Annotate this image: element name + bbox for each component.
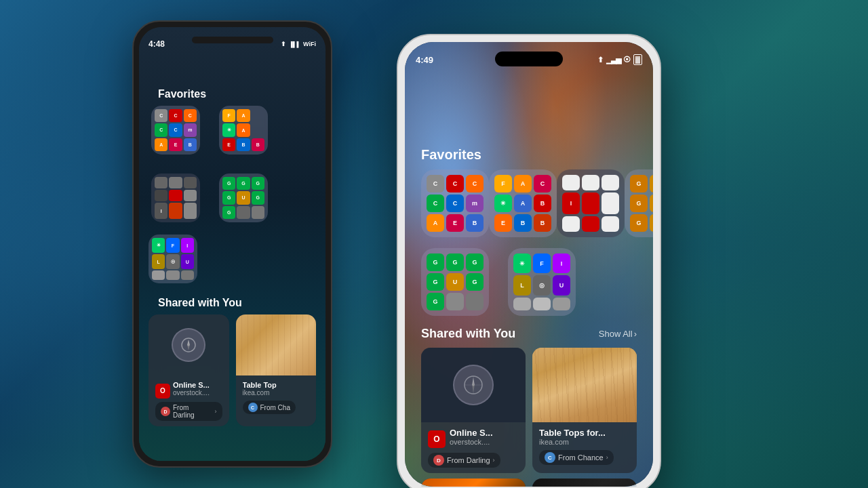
app-icon: B xyxy=(514,214,532,232)
app-icon: C xyxy=(427,175,444,192)
fg-folder-3-icon: I xyxy=(557,169,625,237)
fg-shared-card-online[interactable]: O Online S... overstock.... D From Darli… xyxy=(421,348,526,473)
bg-shared-title: Shared with You xyxy=(149,297,316,309)
app-icon: G xyxy=(222,191,235,204)
app-icon xyxy=(601,192,619,215)
app-icon: B xyxy=(534,214,551,232)
app-icon: I xyxy=(181,238,194,253)
fg-signal-bars: ▁▃▅ xyxy=(606,56,620,64)
bg-folder-2[interactable]: F A ✳ A E B B xyxy=(216,106,271,160)
app-icon xyxy=(601,175,619,190)
app-icon: A xyxy=(237,109,250,122)
fg-shared-card-racing[interactable] xyxy=(421,479,526,487)
app-icon xyxy=(446,293,464,310)
fg-card-info-online: O Online S... overstock.... D From Darli… xyxy=(421,422,526,473)
wood-grain xyxy=(532,348,637,422)
bg-card-title-ikea: Table Top xyxy=(243,381,310,389)
fg-folder-3[interactable]: I xyxy=(557,169,625,237)
bg-location-icon: ⬆ xyxy=(281,41,286,47)
app-icon xyxy=(513,298,531,310)
person-card-image: 🧍 xyxy=(532,479,637,487)
app-icon: G xyxy=(252,177,264,190)
app-icon: U xyxy=(181,254,194,269)
bg-folder-1[interactable]: C C C C C m A E B xyxy=(149,106,203,160)
fg-card-from-online[interactable]: D From Darling › xyxy=(428,453,500,468)
app-icon: E xyxy=(446,214,464,232)
app-icon: ✳ xyxy=(513,253,531,273)
fg-folder-2[interactable]: F A C ✳ A B E B B xyxy=(489,169,557,237)
app-icon xyxy=(166,270,179,280)
app-icon: F xyxy=(533,253,551,273)
fg-folder-4[interactable]: G G G G G G G G G xyxy=(625,169,653,237)
app-icon: G xyxy=(252,191,264,204)
app-icon xyxy=(601,216,619,232)
fg-card-image-online xyxy=(421,348,526,422)
fg-folder-6[interactable]: ✳ F I L ◎ U xyxy=(508,248,576,316)
bg-card-url-ikea: ikea.com xyxy=(243,389,310,396)
overstock-icon-fg: O xyxy=(428,430,446,448)
app-icon: C xyxy=(155,123,167,136)
compass-svg xyxy=(462,374,484,396)
phone-foreground: 4:49 ⬆ ▁▃▅ ⦿ ▓ Favorites C C C C xyxy=(397,34,661,488)
app-icon xyxy=(562,216,580,232)
app-icon: B xyxy=(184,138,197,151)
fg-card-title-online: Online S... xyxy=(450,428,493,438)
fg-shared-cards-row2: 🧍 xyxy=(421,479,637,487)
chevron-icon: › xyxy=(215,408,217,415)
show-all-label: Show All xyxy=(599,329,633,339)
app-icon: G xyxy=(630,175,648,192)
bg-time: 4:48 xyxy=(149,39,165,49)
app-icon xyxy=(582,216,599,232)
app-icon: E xyxy=(222,138,235,151)
app-icon: C xyxy=(184,109,197,122)
bg-shared-card-tabletop[interactable]: Table Top ikea.com C From Cha xyxy=(236,314,317,426)
bg-folder-4[interactable]: G G G G U G G xyxy=(216,174,271,228)
app-icon: U xyxy=(237,191,250,204)
app-icon: I xyxy=(155,203,167,219)
bg-folder-5[interactable]: ✳ F I L ◎ U xyxy=(149,235,197,283)
fg-folder-1[interactable]: C C C C C m A E B xyxy=(421,169,489,237)
bg-folder-3-icon: I xyxy=(151,174,200,222)
bg-shared-cards: O Online S... overstock.... D From Darli… xyxy=(149,314,316,426)
fg-folder-5[interactable]: G G G G U G G xyxy=(421,248,489,316)
bg-folders-row2: ✳ F I L ◎ U xyxy=(149,235,316,283)
app-icon xyxy=(237,206,250,219)
app-icon xyxy=(252,109,264,122)
svg-marker-2 xyxy=(187,344,190,350)
app-icon: G xyxy=(446,253,464,271)
fg-show-all-button[interactable]: Show All › xyxy=(599,329,637,339)
fg-shared-card-tabletop[interactable]: Table Tops for... ikea.com C From Chance… xyxy=(532,348,637,473)
app-icon: U xyxy=(446,273,464,291)
phone-background: 4:48 ⬆ ▐▌▌ WiFi Favorites C C C C xyxy=(132,20,332,468)
from-avatar-darling-fg: D xyxy=(433,455,444,466)
fg-status-icons: ⬆ ▁▃▅ ⦿ ▓ xyxy=(597,54,642,65)
app-icon: G xyxy=(427,293,444,310)
app-icon xyxy=(184,177,197,188)
bg-folder-3[interactable]: I xyxy=(149,174,203,228)
fg-dynamic-island xyxy=(495,52,563,66)
fg-card-from-ikea[interactable]: C From Chance › xyxy=(539,450,614,465)
app-icon xyxy=(181,270,194,280)
app-icon: A xyxy=(514,175,532,192)
bg-card-from-online[interactable]: D From Darling › xyxy=(155,402,222,421)
app-icon xyxy=(155,190,167,201)
app-icon: F xyxy=(494,175,512,192)
bg-folder-1-icon: C C C C C m A E B xyxy=(151,106,200,155)
bg-card-from-ikea[interactable]: C From Cha xyxy=(243,401,296,414)
app-icon: ✳ xyxy=(222,123,235,137)
fg-shared-card-person[interactable]: 🧍 xyxy=(532,479,637,487)
app-icon xyxy=(152,270,165,280)
bg-folder-4-icon: G G G G U G G xyxy=(219,174,268,222)
chevron-darling-fg: › xyxy=(493,457,495,464)
app-icon xyxy=(169,203,182,219)
from-avatar-darling: D xyxy=(161,407,170,416)
app-icon: C xyxy=(155,109,167,122)
bg-shared-card-online[interactable]: O Online S... overstock.... D From Darli… xyxy=(149,314,229,426)
app-icon: G xyxy=(466,253,484,271)
fg-folders-row2: G G G G U G G ✳ F xyxy=(421,248,637,316)
app-icon: G xyxy=(650,195,653,212)
bg-card-title-online: Online S... xyxy=(173,381,210,389)
fg-battery-icon: ▓ xyxy=(633,54,642,65)
app-icon: L xyxy=(513,275,531,295)
app-icon: F xyxy=(166,238,179,253)
